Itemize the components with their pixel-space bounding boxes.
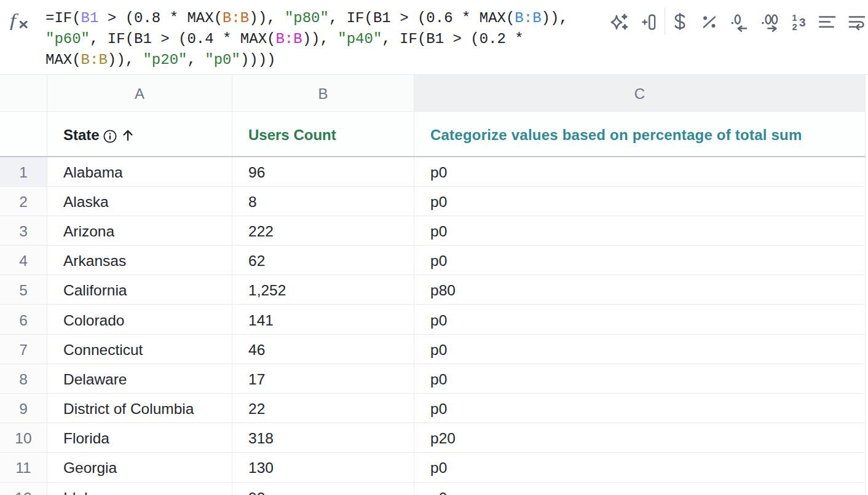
svg-text:3: 3 xyxy=(799,16,806,29)
svg-text:2: 2 xyxy=(792,21,797,32)
svg-text:f: f xyxy=(10,10,19,30)
